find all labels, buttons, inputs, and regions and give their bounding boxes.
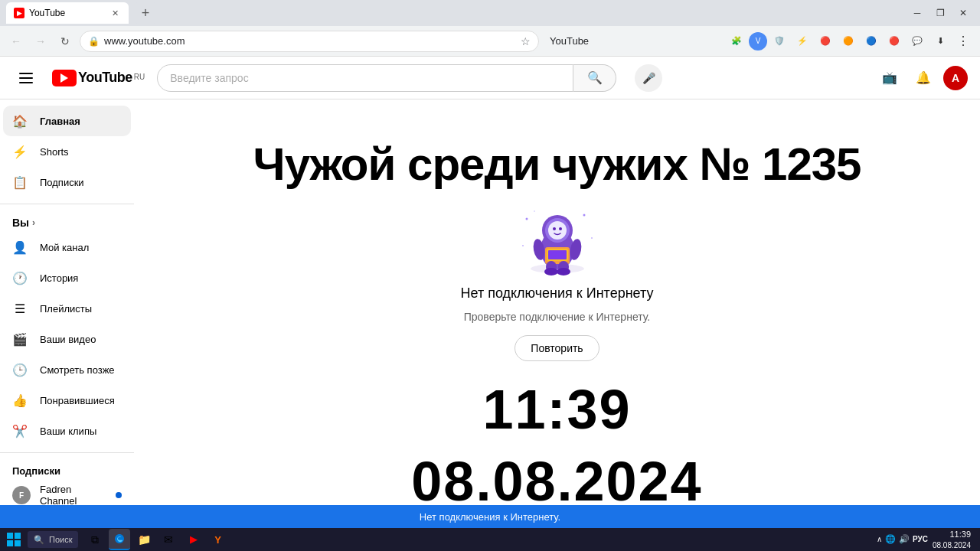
you-section-title[interactable]: Вы ›: [0, 210, 134, 232]
svg-point-9: [559, 227, 562, 230]
window-controls: ─ ❐ ✕: [906, 5, 974, 21]
history-label: История: [40, 272, 78, 284]
windows-logo-icon: [7, 533, 21, 546]
taskbar-sys-icons: ∧ 🌐 🔊 РУС: [877, 534, 928, 544]
minimize-btn[interactable]: ─: [906, 5, 928, 21]
svg-rect-24: [7, 533, 13, 539]
address-bar[interactable]: 🔒 www.youtube.com ☆: [80, 31, 539, 52]
taskbar-date: 08.08.2024: [933, 540, 971, 550]
close-btn[interactable]: ✕: [952, 5, 974, 21]
youtube-layout: YouTube RU Введите запрос 🔍 🎤 📺 🔔 A: [0, 57, 980, 551]
astronaut-svg: [519, 207, 596, 276]
search-input[interactable]: Введите запрос: [157, 64, 573, 92]
sidebar-item-liked[interactable]: 👍 Понравившиеся: [3, 385, 131, 416]
header-right: 📺 🔔 A: [876, 64, 968, 92]
sidebar-item-home-label: Главная: [40, 116, 80, 127]
shorts-icon: ⚡: [12, 145, 28, 159]
refresh-btn[interactable]: ↻: [55, 31, 75, 51]
browser-tab[interactable]: ▶ YouTube ✕: [6, 2, 129, 24]
ext-2[interactable]: 🛡️: [769, 31, 790, 52]
forward-btn[interactable]: →: [31, 31, 51, 51]
ext-6[interactable]: 🔵: [861, 31, 882, 52]
your-videos-label: Ваши видео: [40, 334, 96, 345]
page-title-bar: YouTube: [550, 35, 589, 47]
no-internet-subtitle: Проверьте подключение к Интернету.: [464, 311, 651, 323]
ext-4[interactable]: 🔴: [815, 31, 836, 52]
search-button[interactable]: 🔍: [573, 64, 616, 92]
tab-favicon: ▶: [14, 8, 24, 18]
status-bar: Нет подключения к Интернету.: [0, 505, 980, 528]
ext-9[interactable]: ⬇: [929, 31, 951, 52]
svg-rect-2: [19, 82, 33, 83]
svg-rect-27: [15, 540, 21, 546]
taskbar-yt-app[interactable]: ▶: [182, 529, 204, 550]
ext-3[interactable]: ⚡: [792, 31, 813, 52]
back-btn[interactable]: ←: [6, 31, 26, 51]
notifications-btn[interactable]: 🔔: [910, 64, 937, 92]
your-videos-icon: 🎬: [12, 332, 28, 347]
sidebar-item-watch-later[interactable]: 🕒 Смотреть позже: [3, 354, 131, 385]
browser-menu-btn[interactable]: ⋮: [952, 31, 974, 52]
taskbar-arrow-icon[interactable]: ∧: [877, 535, 882, 543]
sidebar-item-your-videos[interactable]: 🎬 Ваши видео: [3, 324, 131, 354]
browser-navbar: ← → ↻ 🔒 www.youtube.com ☆ YouTube 🧩 V 🛡️…: [0, 26, 980, 57]
you-expand-icon: ›: [32, 217, 35, 228]
sidebar-item-shorts[interactable]: ⚡ Shorts: [3, 136, 131, 167]
sidebar-item-subscriptions[interactable]: 📋 Подписки: [3, 167, 131, 197]
extensions-btn[interactable]: 🧩: [726, 31, 747, 52]
url-text: www.youtube.com: [104, 35, 516, 47]
svg-point-18: [557, 268, 570, 276]
start-button[interactable]: [3, 531, 24, 548]
youtube-logo-ru: RU: [134, 73, 145, 81]
taskbar-app-icons: ⧉ 📁 ✉ ▶ Y: [84, 529, 228, 550]
taskbar-search-icon: 🔍: [34, 535, 44, 545]
playlists-label: Плейлисты: [40, 303, 92, 315]
browser-window: ▶ YouTube ✕ + ─ ❐ ✕ ← → ↻ 🔒 www.youtube.…: [0, 0, 980, 551]
ext-8[interactable]: 💬: [906, 31, 928, 52]
hamburger-menu-btn[interactable]: [12, 64, 40, 92]
youtube-logo[interactable]: YouTube RU: [52, 70, 145, 86]
sub-dot-fadren: [116, 492, 122, 498]
mic-button[interactable]: 🎤: [635, 64, 662, 92]
tab-close-btn[interactable]: ✕: [109, 7, 121, 19]
lock-icon: 🔒: [88, 36, 100, 47]
sidebar-item-playlists[interactable]: ☰ Плейлисты: [3, 293, 131, 324]
cast-btn[interactable]: 📺: [876, 64, 903, 92]
browser-titlebar: ▶ YouTube ✕ + ─ ❐ ✕: [0, 0, 980, 26]
taskbar-explorer[interactable]: 📁: [133, 529, 155, 550]
nav-extras: 🧩 V 🛡️ ⚡ 🔴 🟠 🔵 🔴 💬 ⬇ ⋮: [726, 31, 974, 52]
search-wrapper: Введите запрос 🔍: [157, 64, 616, 92]
retry-button[interactable]: Повторить: [514, 335, 599, 361]
sidebar-item-home[interactable]: 🏠 Главная: [3, 106, 131, 136]
taskbar-yandex[interactable]: Y: [207, 529, 228, 550]
sub-avatar-fadren: F: [12, 486, 31, 504]
no-internet-title: Нет подключения к Интернету: [461, 285, 654, 302]
taskbar-network-icon[interactable]: 🌐: [885, 534, 896, 544]
subscriptions-icon: 📋: [12, 175, 28, 190]
search-placeholder: Введите запрос: [170, 72, 248, 84]
sidebar-item-my-channel[interactable]: 👤 Мой канал: [3, 232, 131, 262]
sidebar-divider-1: [0, 204, 134, 204]
taskbar-volume-icon[interactable]: 🔊: [899, 534, 910, 544]
svg-point-7: [548, 221, 567, 240]
taskbar-right: ∧ 🌐 🔊 РУС 11:39 08.08.2024: [877, 529, 977, 549]
ext-7[interactable]: 🔴: [884, 31, 905, 52]
user-avatar[interactable]: A: [943, 66, 968, 90]
clips-label: Ваши клипы: [40, 425, 96, 437]
my-channel-icon: 👤: [12, 240, 28, 255]
ext-vpn[interactable]: V: [749, 32, 767, 51]
sidebar-item-history[interactable]: 🕐 История: [3, 262, 131, 293]
new-tab-btn[interactable]: +: [133, 2, 158, 24]
restore-btn[interactable]: ❐: [929, 5, 951, 21]
sidebar-item-clips[interactable]: ✂️ Ваши клипы: [3, 416, 131, 446]
edge-icon: [113, 533, 126, 545]
taskbar-mail[interactable]: ✉: [158, 529, 179, 550]
home-icon: 🏠: [12, 114, 28, 129]
taskbar-search[interactable]: 🔍 Поиск: [28, 531, 78, 548]
taskbar-taskview[interactable]: ⧉: [84, 529, 106, 550]
status-bar-text: Нет подключения к Интернету.: [420, 511, 560, 523]
ext-5[interactable]: 🟠: [838, 31, 859, 52]
svg-point-17: [544, 268, 558, 276]
bookmark-icon[interactable]: ☆: [521, 35, 531, 47]
taskbar-edge[interactable]: [109, 529, 130, 550]
